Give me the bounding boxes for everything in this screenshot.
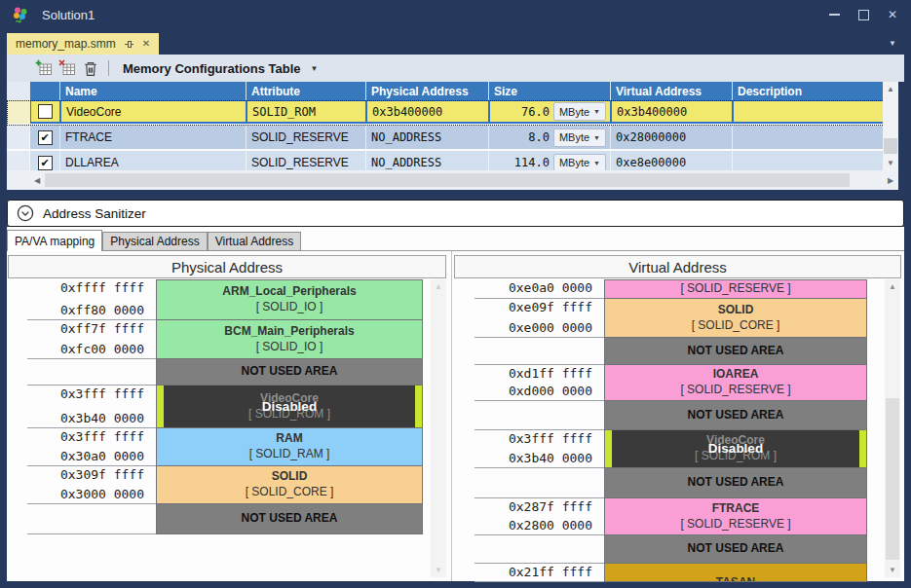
block-attribute: [ SOLID_RAM ] [157, 447, 422, 462]
table-row-ftrace[interactable]: ✔ FTRACE SOLID_RESERVE NO_ADDRESS 8.0 MB… [7, 126, 898, 151]
memory-region-row: 0xff7f ffff 0xfc00 0000 BCM_Main_Periphe… [8, 320, 423, 359]
address-bottom: 0xd000 0000 [509, 385, 592, 399]
table-horizontal-scrollbar[interactable]: ◀ ▶ [7, 170, 898, 190]
memory-block-not-used[interactable]: NOT USED AREA [604, 338, 867, 365]
add-row-button[interactable] [32, 57, 56, 79]
memory-block-not-used[interactable]: NOT USED AREA [156, 504, 423, 534]
header-description[interactable]: Description [733, 82, 898, 100]
address-top: 0xff7f ffff [60, 322, 144, 337]
pin-icon[interactable] [124, 39, 134, 50]
cell-attribute[interactable]: SOLID_ROM [247, 100, 366, 124]
memory-block-arm-local-peripherals[interactable]: ARM_Local_Peripherals [ SOLID_IO ] [156, 279, 423, 320]
memory-block-not-used[interactable]: NOT USED AREA [604, 535, 867, 564]
scroll-down-icon[interactable]: ▼ [883, 156, 898, 170]
app-logo-icon [12, 6, 29, 23]
memory-block-solid[interactable]: SOLID [ SOLID_CORE ] [156, 466, 423, 504]
scroll-up-icon[interactable]: ▲ [431, 279, 446, 294]
panel-divider [451, 251, 452, 581]
memory-block-tasan[interactable]: TASAN [604, 564, 867, 582]
tab-list-dropdown-icon[interactable]: ▼ [889, 39, 896, 48]
tab-virtual-address[interactable]: Virtual Address [208, 232, 302, 251]
row-indicator [7, 100, 30, 124]
scrollbar-thumb[interactable] [884, 138, 897, 154]
row-enabled-checkbox[interactable]: ✔ [38, 156, 53, 170]
address-top: 0x309f ffff [60, 468, 144, 483]
memory-region-row: NOT USED AREA [455, 338, 867, 365]
memory-region-row: 0xe0a0 0000 [ SOLID_RESERVE ] [455, 279, 867, 299]
cell-attribute[interactable]: SOLID_RESERVE [247, 126, 366, 149]
size-unit-dropdown[interactable]: MByte ▼ [553, 102, 606, 121]
cell-size[interactable]: 8.0 MByte ▼ [489, 126, 611, 149]
physical-panel-scrollbar[interactable]: ▲ ▼ [431, 279, 446, 577]
memory-block-solid-reserve-clipped[interactable]: [ SOLID_RESERVE ] [604, 279, 867, 299]
scroll-down-icon[interactable]: ▼ [885, 563, 900, 577]
table-vertical-scrollbar[interactable]: ▲ ▼ [883, 82, 898, 170]
close-button[interactable]: ✕ [878, 3, 907, 26]
address-top: 0xd1ff ffff [509, 367, 592, 382]
memory-block-not-used[interactable]: NOT USED AREA [604, 401, 867, 430]
size-unit-dropdown[interactable]: MByte ▼ [553, 129, 606, 147]
tab-physical-address[interactable]: Physical Address [102, 232, 207, 251]
header-indicator-cell [7, 82, 30, 100]
size-unit-label: MByte [559, 131, 589, 143]
cell-virtual-address[interactable]: 0x28000000 [611, 126, 733, 149]
address-sanitizer-expander[interactable]: Address Sanitizer [7, 200, 904, 227]
document-tab[interactable]: memory_map.smm ✕ [7, 33, 159, 55]
scroll-down-icon[interactable]: ▼ [431, 563, 446, 577]
clear-table-button[interactable] [79, 57, 102, 79]
memory-block-videocore-disabled[interactable]: VideoCore [ SOLID_ROM ] Disabled [604, 430, 867, 468]
maximize-button[interactable] [849, 3, 878, 26]
address-gutter: 0x21ff ffff [455, 564, 604, 582]
chevron-down-icon: ▼ [593, 160, 600, 166]
scroll-right-icon[interactable]: ▶ [883, 170, 898, 190]
header-physical-address[interactable]: Physical Address [366, 82, 489, 100]
header-name[interactable]: Name [60, 82, 247, 100]
memory-block-videocore-disabled[interactable]: VideoCore [ SOLID_ROM ] Disabled [156, 386, 423, 428]
toolbar-separator [108, 60, 109, 76]
memory-block-bcm-main-peripherals[interactable]: BCM_Main_Peripherals [ SOLID_IO ] [156, 320, 423, 359]
scrollbar-thumb[interactable] [886, 398, 899, 559]
table-row-videocore[interactable]: VideoCore SOLID_ROM 0x3b400000 76.0 MByt… [7, 100, 898, 126]
row-enabled-checkbox[interactable] [38, 104, 53, 119]
memory-config-table: Name Attribute Physical Address Size Vir… [7, 82, 898, 170]
memory-block-ram[interactable]: RAM [ SOLID_RAM ] [156, 428, 423, 466]
memory-block-not-used[interactable]: NOT USED AREA [156, 359, 423, 386]
cell-description[interactable] [733, 126, 898, 149]
table-selector-label[interactable]: Memory Configurations Table [123, 61, 301, 76]
address-gutter: 0xffff ffff 0xff80 0000 [8, 279, 156, 320]
chevron-down-circle-icon[interactable] [17, 204, 34, 222]
cell-virtual-address[interactable]: 0x3b400000 [611, 100, 733, 124]
cell-description[interactable] [733, 100, 898, 124]
cell-physical-address[interactable]: NO_ADDRESS [366, 126, 489, 149]
scroll-up-icon[interactable]: ▲ [883, 82, 898, 96]
tab-pa-va-mapping[interactable]: PA/VA mapping [7, 230, 102, 251]
header-size[interactable]: Size [489, 82, 611, 100]
virtual-panel-scrollbar[interactable]: ▲ ▼ [885, 279, 900, 577]
cell-physical-address[interactable]: 0x3b400000 [366, 100, 489, 124]
address-bottom: 0x3b40 0000 [60, 412, 144, 426]
cell-name[interactable]: FTRACE [60, 126, 247, 149]
memory-block-not-used[interactable]: NOT USED AREA [604, 468, 867, 498]
address-bottom: 0x30a0 0000 [60, 450, 144, 464]
disabled-overlay-label: Disabled [157, 398, 422, 413]
block-name: ARM_Local_Peripherals [157, 284, 422, 300]
size-value: 76.0 [521, 105, 550, 119]
delete-row-button[interactable] [56, 57, 79, 79]
cell-size[interactable]: 76.0 MByte ▼ [489, 100, 611, 124]
header-virtual-address[interactable]: Virtual Address [611, 82, 733, 100]
minimize-button[interactable] [819, 3, 849, 26]
chevron-down-icon: ▼ [593, 134, 600, 141]
memory-block-ftrace[interactable]: FTRACE [ SOLID_RESERVE ] [604, 498, 867, 535]
scroll-up-icon[interactable]: ▲ [885, 279, 900, 294]
cell-name[interactable]: VideoCore [60, 100, 247, 124]
memory-block-solid[interactable]: SOLID [ SOLID_CORE ] [604, 299, 867, 338]
memory-region-row: NOT USED AREA [455, 468, 867, 498]
tab-close-icon[interactable]: ✕ [142, 39, 150, 49]
size-unit-dropdown[interactable]: MByte ▼ [553, 154, 606, 172]
memory-block-ioarea[interactable]: IOAREA [ SOLID_RESERVE ] [604, 365, 867, 401]
row-enabled-checkbox[interactable]: ✔ [38, 130, 53, 145]
header-attribute[interactable]: Attribute [247, 82, 366, 100]
scroll-left-icon[interactable]: ◀ [29, 170, 45, 190]
table-selector-dropdown-icon[interactable]: ▼ [311, 64, 319, 73]
scrollbar-thumb[interactable] [45, 173, 850, 187]
